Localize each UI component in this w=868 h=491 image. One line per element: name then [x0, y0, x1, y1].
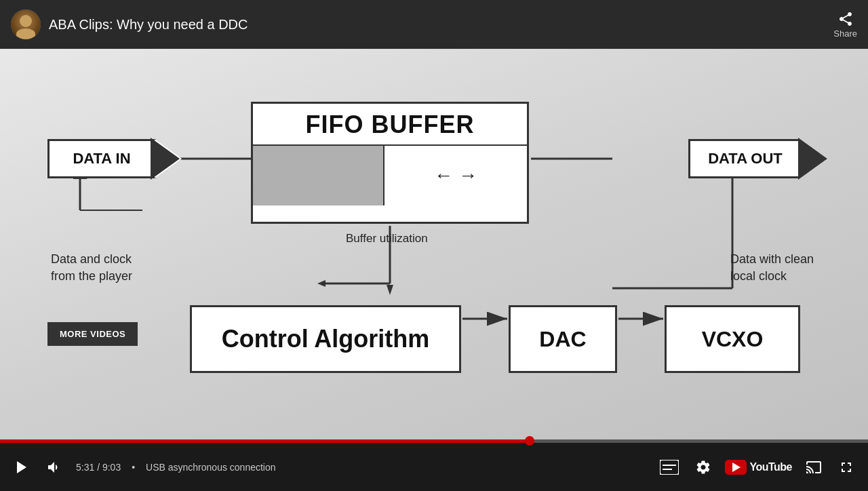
controls-bar: 5:31 / 9:03 • USB asynchronous connectio…: [0, 439, 868, 491]
youtube-play-icon: [732, 463, 741, 472]
subtitles-button[interactable]: [657, 457, 682, 477]
left-arrow-icon: ←: [434, 165, 453, 186]
youtube-icon: [725, 460, 747, 475]
share-button[interactable]: Share: [833, 11, 857, 39]
data-in-label: DATA IN: [73, 150, 130, 168]
fifo-inner: ← →: [253, 144, 527, 205]
youtube-logo: YouTube: [725, 460, 792, 475]
gear-icon: [695, 459, 711, 475]
subtitles-icon: [660, 460, 679, 475]
progress-dot: [525, 436, 534, 446]
share-label: Share: [833, 28, 857, 39]
time-total: 9:03: [102, 462, 121, 473]
data-in-arrow: DATA IN: [47, 139, 182, 178]
vcxo-box: VCXO: [665, 305, 800, 373]
data-out-group: DATA OUT: [688, 139, 827, 178]
video-area: FIFO BUFFER ← → DATA IN: [0, 49, 868, 439]
more-videos-button[interactable]: MORE VIDEOS: [47, 322, 138, 346]
vcxo-label: VCXO: [702, 327, 764, 352]
data-out-arrow: DATA OUT: [688, 139, 827, 178]
avatar-image: [11, 9, 41, 39]
time-display: 5:31 / 9:03: [76, 462, 121, 473]
svg-marker-5: [317, 280, 326, 287]
settings-button[interactable]: [692, 456, 714, 478]
cast-icon: [806, 459, 822, 475]
fifo-title: FIFO BUFFER: [253, 104, 527, 139]
fullscreen-icon: [838, 459, 854, 475]
data-out-label: DATA OUT: [708, 150, 783, 168]
data-in-chevron: [155, 139, 182, 178]
dac-label: DAC: [539, 327, 586, 352]
controls-row: 5:31 / 9:03 • USB asynchronous connectio…: [0, 443, 868, 491]
volume-button[interactable]: [43, 456, 65, 478]
youtube-text: YouTube: [749, 461, 792, 473]
dac-box: DAC: [509, 305, 617, 373]
svg-marker-12: [387, 285, 393, 295]
progress-bar[interactable]: [0, 439, 868, 443]
data-in-subtext: Data and clockfrom the player: [51, 251, 132, 285]
svg-marker-15: [17, 461, 26, 473]
data-out-subtext: Data with cleanlocal clock: [730, 251, 814, 285]
data-out-rect: DATA OUT: [688, 139, 800, 178]
fifo-left-cell: [253, 146, 384, 205]
fifo-arrows: ← →: [434, 165, 477, 186]
fullscreen-button[interactable]: [835, 456, 857, 478]
progress-fill: [0, 439, 530, 443]
data-in-rect: DATA IN: [47, 139, 156, 178]
video-title: ABA Clips: Why you need a DDC: [49, 17, 248, 33]
dot-separator: •: [132, 462, 135, 473]
fifo-right-cell: ← →: [384, 146, 527, 205]
time-separator: /: [97, 462, 102, 473]
data-in-group: DATA IN: [47, 139, 182, 178]
diagram: FIFO BUFFER ← → DATA IN: [34, 88, 834, 400]
avatar: [11, 9, 41, 39]
share-icon: [837, 11, 854, 27]
play-button[interactable]: [11, 456, 33, 478]
fifo-buffer-box: FIFO BUFFER ← →: [251, 102, 529, 224]
play-icon: [14, 459, 30, 475]
top-bar: ABA Clips: Why you need a DDC Share: [0, 0, 868, 49]
top-bar-left: ABA Clips: Why you need a DDC: [11, 9, 248, 39]
volume-icon: [46, 459, 62, 475]
svg-rect-16: [660, 460, 679, 475]
right-arrow-icon: →: [458, 165, 477, 186]
control-algorithm-label: Control Algorithm: [222, 325, 430, 353]
cast-button[interactable]: [803, 456, 825, 478]
data-out-chevron: [800, 139, 827, 178]
time-current: 5:31: [76, 462, 94, 473]
right-controls: YouTube: [657, 456, 857, 478]
buffer-util-label: Buffer utilization: [346, 231, 428, 247]
control-algorithm-box: Control Algorithm: [190, 305, 461, 373]
chapter-label: USB asynchronous connection: [146, 462, 275, 473]
